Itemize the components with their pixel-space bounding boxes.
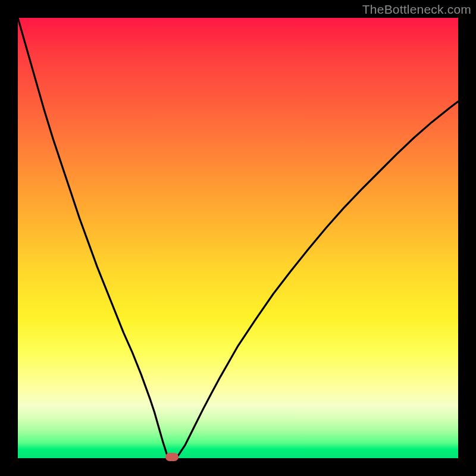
bottleneck-curve [18,18,458,458]
plot-area [18,18,458,458]
minimum-marker [165,453,178,461]
watermark-text: TheBottleneck.com [362,2,471,17]
chart-frame: TheBottleneck.com [0,0,476,476]
